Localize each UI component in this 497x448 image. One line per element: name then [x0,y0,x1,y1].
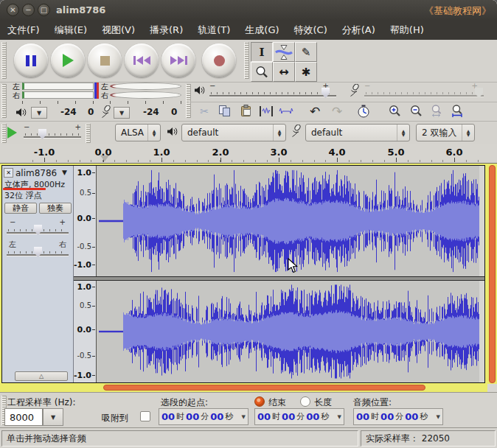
input-channels-select[interactable]: 2 双输入 ▲▼ [416,124,475,141]
waveform-channel-right[interactable] [97,281,484,382]
gain-plus-mark: + [60,219,66,226]
project-rate-dropdown[interactable]: ▼ [43,408,63,426]
zoom-in-button[interactable] [385,102,404,119]
status-message-cell: 单击并拖动选择音频 [1,430,358,447]
close-icon: ✕ [10,6,15,14]
selection-end-time-field[interactable]: 00时 00分 00秒 ▼ [254,408,344,425]
selection-start-time-field[interactable]: 00时 00分 00秒 ▼ [159,408,248,425]
zoom-out-button[interactable] [406,102,425,119]
skip-to-end-button[interactable] [161,43,195,77]
toolbar-divider-2 [0,121,497,122]
draw-tool-button[interactable]: ✎ [295,42,317,62]
spinner-icon: ▲▼ [397,125,409,141]
title-bar[interactable]: ✕ − □ alim8786 《基础教程网》 [0,0,497,21]
dropdown-icon: ▼ [242,414,246,420]
window-close-button[interactable]: ✕ [7,4,19,16]
track-close-button[interactable]: ✕ [4,168,13,178]
menu-item-edit[interactable]: 编辑(E) [47,21,94,40]
track-name[interactable]: alim8786 [15,168,57,178]
timeline-ruler[interactable]: -1.0 0.0 1.0 2.0 3.0 4.0 5.0 6.0 [0,144,497,164]
paste-button[interactable] [236,102,255,119]
vertical-ruler[interactable]: 1.0 0.5 0.0 -0.5 -1.0 1.0 0.5 0.0 -0.5 -… [74,166,97,382]
speed-minus-mark: − [24,124,29,131]
zoom-in-icon [389,105,401,117]
project-rate-value[interactable]: 8000 [4,408,43,426]
copy-button[interactable] [215,102,234,119]
cut-button[interactable]: ✂ [195,102,214,119]
transcription-toolbar-grip[interactable] [1,124,7,143]
mixer-toolbar-grip[interactable] [186,84,191,118]
radio-end[interactable] [254,396,265,407]
scrollbar-corner [487,384,497,392]
fit-selection-button[interactable] [427,102,446,119]
play-at-speed-button[interactable] [7,127,17,139]
meter-toolbar-grip[interactable] [1,84,7,118]
menu-item-file[interactable]: 文件(F) [0,21,47,40]
skip-to-start-button[interactable] [125,43,159,77]
audio-host-select[interactable]: ALSA ▲▼ [115,124,161,141]
transport-toolbar-grip[interactable] [1,42,7,79]
menu-item-transport[interactable]: 播录(R) [142,21,190,40]
timeline-label: 1.0 [153,147,170,158]
radio-length[interactable] [300,396,310,407]
menu-item-effect[interactable]: 特效(C) [287,21,335,40]
timeshift-tool-button[interactable]: ↔ [273,62,295,82]
input-device-select[interactable]: default ▲▼ [305,124,410,141]
menu-item-analyze[interactable]: 分析(A) [335,21,383,40]
solo-button[interactable]: 独奏 [39,203,72,214]
actual-rate-cell: 实际采样率： 22050 [361,430,496,447]
input-volume-slider: − + [364,83,488,100]
vertical-scrollbar[interactable] [489,165,496,383]
pause-button[interactable] [14,43,48,77]
pencil-icon: ✎ [302,46,311,59]
ruler-tick [92,247,95,248]
playback-meter-dropdown[interactable]: ▼ [31,107,47,119]
window-maximize-button[interactable]: □ [38,4,50,16]
silence-audio-button[interactable] [277,102,296,119]
collapse-track-button[interactable]: △ [15,371,68,381]
track-menu-dropdown-icon[interactable]: ▼ [62,169,67,176]
timeline-tick [396,158,397,162]
snap-to-checkbox[interactable] [140,411,150,421]
selection-tool-icon: I [259,46,264,59]
horizontal-scrollbar-thumb[interactable] [103,385,425,391]
trim-audio-button[interactable] [257,102,276,119]
envelope-tool-button[interactable] [273,42,295,62]
timeline-tick [161,158,162,162]
device-toolbar-grip[interactable] [86,124,91,143]
spinner-icon: ▲▼ [462,125,474,141]
timer-button[interactable] [354,102,373,119]
menu-item-help[interactable]: 帮助(H) [383,21,431,40]
output-volume-slider: − + [209,83,342,100]
menu-item-view[interactable]: 视图(V) [94,21,142,40]
recording-meter-dropdown[interactable]: ▼ [114,107,130,119]
volume-minus-mark: − [209,83,215,90]
zoom-tool-button[interactable] [251,62,273,82]
fit-project-button[interactable] [448,102,467,119]
dropdown-icon: ▼ [51,414,55,421]
stop-button[interactable] [88,43,122,77]
multi-tool-button[interactable]: ✱ [295,62,317,82]
ruler-tick [92,356,95,357]
radio-length-label[interactable]: 长度 [314,396,332,409]
status-bar: 单击并拖动选择音频 实际采样率： 22050 [0,427,497,448]
tools-toolbar-grip[interactable] [244,42,249,79]
ruler-label: -0.5 [77,242,91,251]
playback-meter-bar-right[interactable] [22,91,94,99]
playback-meter-bar-left[interactable] [22,83,94,90]
mute-button[interactable]: 静音 [4,203,37,214]
record-button[interactable] [202,43,236,77]
recording-meter-scale-max: 0 [171,107,177,117]
audio-position-time-field[interactable]: 00时 00分 00秒 ▼ [353,408,443,425]
undo-button[interactable]: ↶ [305,102,324,119]
selection-tool-button[interactable]: I [251,42,273,62]
recording-meter-bar-left[interactable] [110,83,181,90]
radio-end-label[interactable]: 结束 [268,396,286,409]
output-device-select[interactable]: default ▲▼ [181,124,286,141]
redo-button[interactable]: ↷ [327,102,347,119]
recording-meter-bar-right[interactable] [110,91,181,99]
menu-item-generate[interactable]: 生成(G) [237,21,286,40]
play-button[interactable] [51,43,85,77]
menu-item-tracks[interactable]: 轨道(T) [190,21,237,40]
window-minimize-button[interactable]: − [22,4,35,16]
